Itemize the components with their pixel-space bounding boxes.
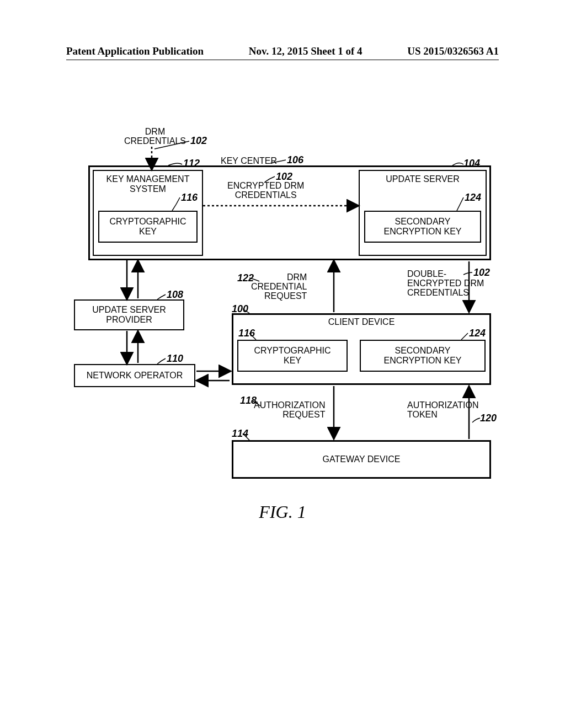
- label-encrypted-drm: ENCRYPTED DRM CREDENTIALS: [227, 181, 304, 200]
- ref-100: 100: [232, 303, 248, 315]
- ref-108: 108: [167, 289, 183, 301]
- ref-110: 110: [167, 353, 183, 365]
- header-rule: [66, 60, 499, 60]
- ref-116a: 116: [181, 192, 198, 204]
- header-right: US 2015/0326563 A1: [407, 45, 499, 57]
- box-secondary-key-server: SECONDARY ENCRYPTION KEY: [364, 211, 481, 243]
- ref-120: 120: [480, 413, 497, 424]
- ref-114: 114: [232, 428, 248, 440]
- label-double-encrypted: DOUBLE- ENCRYPTED DRM CREDENTIALS: [407, 269, 484, 297]
- ref-102b: 102: [276, 171, 292, 183]
- ref-124b: 124: [469, 328, 486, 339]
- ref-118: 118: [240, 395, 257, 406]
- label-authorization-token: AUTHORIZATION TOKEN: [407, 400, 478, 419]
- ref-122: 122: [237, 272, 254, 284]
- ref-106: 106: [287, 154, 303, 166]
- box-gateway-device: GATEWAY DEVICE: [232, 440, 491, 479]
- ref-102a: 102: [190, 135, 207, 147]
- header-center: Nov. 12, 2015 Sheet 1 of 4: [249, 45, 363, 57]
- box-network-operator: NETWORK OPERATOR: [74, 364, 195, 387]
- ref-112: 112: [183, 158, 200, 169]
- figure-caption: FIG. 1: [0, 502, 565, 522]
- box-secondary-key-client: SECONDARY ENCRYPTION KEY: [360, 340, 486, 372]
- label-drm-credential-request: DRM CREDENTIAL REQUEST: [251, 272, 307, 301]
- label-authorization-request: AUTHORIZATION REQUEST: [254, 400, 325, 419]
- ref-116b: 116: [238, 328, 255, 339]
- block-diagram: DRM CREDENTIALS 102 KEY CENTER 106 112 1…: [72, 137, 497, 490]
- box-cryptographic-key-kms: CRYPTOGRAPHIC KEY: [98, 211, 198, 243]
- box-update-server-provider: UPDATE SERVER PROVIDER: [74, 299, 184, 330]
- ref-124a: 124: [465, 192, 481, 204]
- label-drm-credentials: DRM CREDENTIALS: [124, 127, 186, 146]
- header-left: Patent Application Publication: [66, 45, 204, 57]
- ref-102c: 102: [473, 267, 490, 279]
- ref-104: 104: [463, 158, 480, 169]
- label-key-center: KEY CENTER: [221, 156, 277, 166]
- box-cryptographic-key-client: CRYPTOGRAPHIC KEY: [237, 340, 348, 372]
